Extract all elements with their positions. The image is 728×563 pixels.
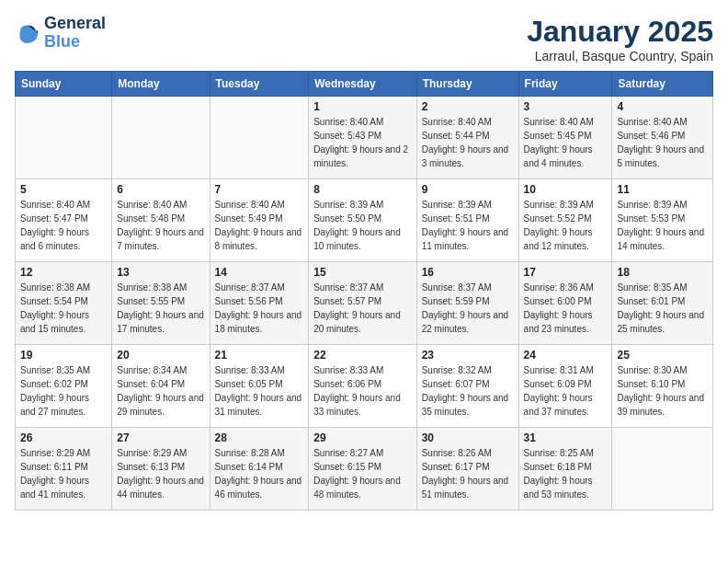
day-cell: 13Sunrise: 8:38 AMSunset: 5:55 PMDayligh… — [112, 262, 210, 345]
day-info: Sunrise: 8:29 AMSunset: 6:13 PMDaylight:… — [117, 446, 204, 501]
day-info: Sunrise: 8:39 AMSunset: 5:50 PMDaylight:… — [313, 198, 411, 253]
day-number: 11 — [617, 183, 708, 196]
day-header-friday: Friday — [518, 72, 612, 97]
logo: General Blue — [15, 15, 106, 52]
day-info: Sunrise: 8:29 AMSunset: 6:11 PMDaylight:… — [20, 446, 107, 501]
day-number: 3 — [524, 100, 608, 113]
day-number: 8 — [313, 183, 411, 196]
day-info: Sunrise: 8:36 AMSunset: 6:00 PMDaylight:… — [524, 281, 608, 336]
day-cell: 7Sunrise: 8:40 AMSunset: 5:49 PMDaylight… — [210, 179, 309, 262]
day-cell: 3Sunrise: 8:40 AMSunset: 5:45 PMDaylight… — [518, 97, 612, 179]
day-header-tuesday: Tuesday — [210, 72, 309, 97]
day-cell — [612, 428, 713, 511]
day-info: Sunrise: 8:40 AMSunset: 5:47 PMDaylight:… — [20, 198, 107, 253]
day-header-saturday: Saturday — [612, 72, 713, 97]
day-info: Sunrise: 8:39 AMSunset: 5:51 PMDaylight:… — [422, 198, 514, 253]
day-info: Sunrise: 8:37 AMSunset: 5:59 PMDaylight:… — [422, 281, 514, 336]
title-block: January 2025 Larraul, Basque Country, Sp… — [527, 15, 713, 63]
day-number: 27 — [117, 431, 204, 444]
calendar-table: SundayMondayTuesdayWednesdayThursdayFrid… — [15, 71, 713, 511]
header-row: SundayMondayTuesdayWednesdayThursdayFrid… — [16, 72, 713, 97]
week-row-4: 19Sunrise: 8:35 AMSunset: 6:02 PMDayligh… — [16, 345, 713, 428]
day-number: 13 — [117, 266, 204, 279]
day-number: 14 — [215, 266, 304, 279]
day-cell: 20Sunrise: 8:34 AMSunset: 6:04 PMDayligh… — [112, 345, 210, 428]
day-number: 1 — [313, 100, 411, 113]
day-info: Sunrise: 8:35 AMSunset: 6:02 PMDaylight:… — [20, 363, 107, 419]
day-number: 17 — [524, 266, 608, 279]
day-info: Sunrise: 8:33 AMSunset: 6:06 PMDaylight:… — [313, 363, 411, 419]
day-number: 29 — [313, 431, 411, 444]
day-info: Sunrise: 8:27 AMSunset: 6:15 PMDaylight:… — [313, 446, 411, 501]
day-cell: 9Sunrise: 8:39 AMSunset: 5:51 PMDaylight… — [416, 179, 518, 262]
day-cell: 31Sunrise: 8:25 AMSunset: 6:18 PMDayligh… — [518, 428, 612, 511]
logo-text: General Blue — [44, 15, 106, 52]
logo-icon — [15, 20, 40, 46]
day-number: 18 — [617, 266, 708, 279]
day-info: Sunrise: 8:35 AMSunset: 6:01 PMDaylight:… — [617, 281, 708, 336]
day-cell: 6Sunrise: 8:40 AMSunset: 5:48 PMDaylight… — [112, 179, 210, 262]
day-number: 20 — [117, 349, 204, 362]
day-number: 22 — [313, 349, 411, 362]
day-number: 10 — [524, 183, 608, 196]
day-cell: 11Sunrise: 8:39 AMSunset: 5:53 PMDayligh… — [612, 179, 713, 262]
day-number: 16 — [422, 266, 514, 279]
day-number: 23 — [422, 349, 514, 362]
day-number: 12 — [20, 266, 107, 279]
day-info: Sunrise: 8:38 AMSunset: 5:55 PMDaylight:… — [117, 281, 204, 336]
day-cell: 5Sunrise: 8:40 AMSunset: 5:47 PMDaylight… — [16, 179, 112, 262]
day-number: 2 — [422, 100, 514, 113]
day-info: Sunrise: 8:31 AMSunset: 6:09 PMDaylight:… — [524, 363, 608, 419]
day-info: Sunrise: 8:40 AMSunset: 5:43 PMDaylight:… — [313, 115, 411, 170]
day-cell: 1Sunrise: 8:40 AMSunset: 5:43 PMDaylight… — [309, 97, 416, 179]
day-number: 30 — [422, 431, 514, 444]
day-info: Sunrise: 8:40 AMSunset: 5:49 PMDaylight:… — [215, 198, 304, 253]
week-row-3: 12Sunrise: 8:38 AMSunset: 5:54 PMDayligh… — [16, 262, 713, 345]
day-header-thursday: Thursday — [416, 72, 518, 97]
week-row-2: 5Sunrise: 8:40 AMSunset: 5:47 PMDaylight… — [16, 179, 713, 262]
day-number: 15 — [313, 266, 411, 279]
day-cell: 26Sunrise: 8:29 AMSunset: 6:11 PMDayligh… — [16, 428, 112, 511]
day-number: 25 — [617, 349, 708, 362]
day-cell — [210, 97, 309, 179]
day-info: Sunrise: 8:32 AMSunset: 6:07 PMDaylight:… — [422, 363, 514, 419]
day-number: 21 — [215, 349, 304, 362]
day-info: Sunrise: 8:38 AMSunset: 5:54 PMDaylight:… — [20, 281, 107, 336]
day-number: 19 — [20, 349, 107, 362]
week-row-1: 1Sunrise: 8:40 AMSunset: 5:43 PMDaylight… — [16, 97, 713, 179]
day-info: Sunrise: 8:40 AMSunset: 5:48 PMDaylight:… — [117, 198, 204, 253]
day-cell: 22Sunrise: 8:33 AMSunset: 6:06 PMDayligh… — [309, 345, 416, 428]
day-info: Sunrise: 8:25 AMSunset: 6:18 PMDaylight:… — [524, 446, 608, 501]
day-cell: 25Sunrise: 8:30 AMSunset: 6:10 PMDayligh… — [612, 345, 713, 428]
day-cell: 23Sunrise: 8:32 AMSunset: 6:07 PMDayligh… — [416, 345, 518, 428]
day-cell: 10Sunrise: 8:39 AMSunset: 5:52 PMDayligh… — [518, 179, 612, 262]
calendar-title: January 2025 — [527, 15, 713, 49]
day-info: Sunrise: 8:37 AMSunset: 5:56 PMDaylight:… — [215, 281, 304, 336]
day-cell: 18Sunrise: 8:35 AMSunset: 6:01 PMDayligh… — [612, 262, 713, 345]
day-header-sunday: Sunday — [16, 72, 112, 97]
day-cell: 24Sunrise: 8:31 AMSunset: 6:09 PMDayligh… — [518, 345, 612, 428]
day-number: 26 — [20, 431, 107, 444]
day-number: 9 — [422, 183, 514, 196]
day-number: 7 — [215, 183, 304, 196]
day-cell: 30Sunrise: 8:26 AMSunset: 6:17 PMDayligh… — [416, 428, 518, 511]
day-cell — [16, 97, 112, 179]
day-cell — [112, 97, 210, 179]
day-number: 24 — [524, 349, 608, 362]
day-info: Sunrise: 8:26 AMSunset: 6:17 PMDaylight:… — [422, 446, 514, 501]
day-cell: 17Sunrise: 8:36 AMSunset: 6:00 PMDayligh… — [518, 262, 612, 345]
day-cell: 2Sunrise: 8:40 AMSunset: 5:44 PMDaylight… — [416, 97, 518, 179]
day-info: Sunrise: 8:39 AMSunset: 5:52 PMDaylight:… — [524, 198, 608, 253]
day-header-monday: Monday — [112, 72, 210, 97]
day-cell: 14Sunrise: 8:37 AMSunset: 5:56 PMDayligh… — [210, 262, 309, 345]
day-cell: 16Sunrise: 8:37 AMSunset: 5:59 PMDayligh… — [416, 262, 518, 345]
day-info: Sunrise: 8:34 AMSunset: 6:04 PMDaylight:… — [117, 363, 204, 419]
day-info: Sunrise: 8:40 AMSunset: 5:44 PMDaylight:… — [422, 115, 514, 170]
day-cell: 12Sunrise: 8:38 AMSunset: 5:54 PMDayligh… — [16, 262, 112, 345]
day-cell: 8Sunrise: 8:39 AMSunset: 5:50 PMDaylight… — [309, 179, 416, 262]
day-cell: 19Sunrise: 8:35 AMSunset: 6:02 PMDayligh… — [16, 345, 112, 428]
day-number: 6 — [117, 183, 204, 196]
day-info: Sunrise: 8:40 AMSunset: 5:46 PMDaylight:… — [617, 115, 708, 170]
day-cell: 15Sunrise: 8:37 AMSunset: 5:57 PMDayligh… — [309, 262, 416, 345]
week-row-5: 26Sunrise: 8:29 AMSunset: 6:11 PMDayligh… — [16, 428, 713, 511]
